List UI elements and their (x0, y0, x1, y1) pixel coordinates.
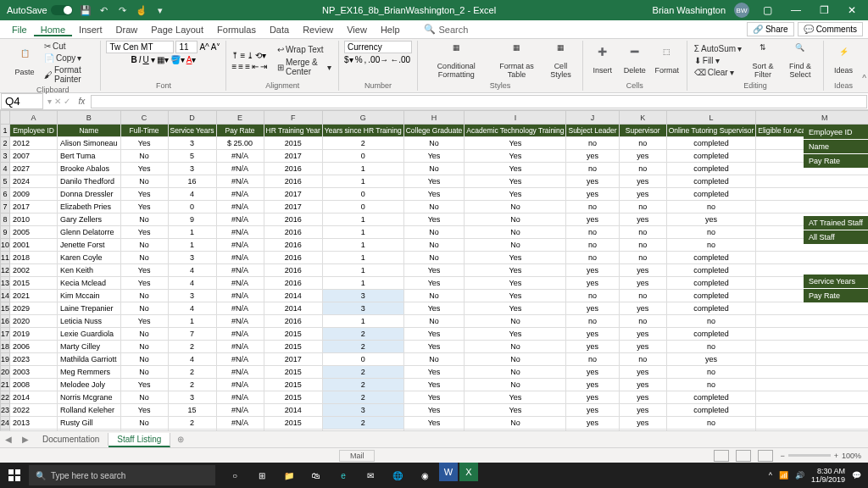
cell[interactable]: 2 (168, 341, 216, 353)
cell[interactable]: Melodee Joly (58, 379, 121, 391)
cell[interactable]: 2008 (10, 379, 58, 391)
cell[interactable]: No (403, 137, 465, 150)
cell[interactable]: 2 (322, 379, 403, 391)
cell[interactable]: completed (666, 328, 756, 341)
close-icon[interactable]: ✕ (843, 4, 861, 16)
cell[interactable]: Rolland Keleher (58, 404, 121, 417)
cell[interactable]: 3 (168, 290, 216, 302)
cell[interactable]: 2006 (10, 341, 58, 353)
cell[interactable]: Leticia Nuss (58, 315, 121, 328)
cell[interactable]: completed (666, 391, 756, 404)
tray-volume-icon[interactable]: 🔊 (795, 471, 804, 480)
cell[interactable]: 3 (168, 137, 216, 150)
cell[interactable] (756, 201, 868, 214)
cell[interactable]: yes (566, 366, 619, 379)
table-header-cell[interactable]: Full-Time (120, 125, 168, 137)
cell[interactable]: No (120, 214, 168, 226)
cell[interactable]: #N/A (216, 417, 264, 430)
table-header-cell[interactable]: College Graduate (403, 125, 465, 137)
cell[interactable]: 2007 (10, 150, 58, 163)
autosave-toggle[interactable]: AutoSave (7, 5, 73, 15)
cell[interactable]: yes (619, 302, 666, 315)
select-all[interactable] (1, 111, 10, 125)
cell[interactable]: 2016 (264, 315, 322, 328)
cell[interactable]: 2013 (10, 417, 58, 430)
table-header-cell[interactable]: Supervisor (619, 125, 666, 137)
cell[interactable]: 2 (322, 391, 403, 404)
tray-network-icon[interactable]: 📶 (779, 471, 788, 480)
cell[interactable]: Marty Cilley (58, 341, 121, 353)
cell[interactable]: no (666, 201, 756, 214)
col-header[interactable]: I (465, 111, 566, 125)
row-header[interactable]: 14 (1, 290, 10, 302)
avatar[interactable]: BW (734, 3, 749, 18)
side-button[interactable]: Pay Rate (804, 289, 868, 302)
cell[interactable]: yes (619, 188, 666, 201)
cell[interactable]: no (566, 163, 619, 175)
col-header[interactable]: F (264, 111, 322, 125)
task-view-icon[interactable]: ⊞ (249, 463, 275, 488)
cell[interactable]: Yes (403, 150, 465, 163)
copy-button[interactable]: 📄 Copy ▾ (42, 53, 95, 64)
cell[interactable]: No (465, 226, 566, 239)
cell[interactable]: #N/A (216, 315, 264, 328)
cell[interactable]: no (666, 417, 756, 430)
cell[interactable]: no (566, 252, 619, 264)
cell[interactable]: Yes (120, 264, 168, 277)
row-header[interactable]: 20 (1, 366, 10, 379)
cell[interactable]: completed (666, 430, 756, 431)
cell[interactable]: 0 (322, 353, 403, 366)
cell[interactable]: 4 (168, 277, 216, 290)
merge-center-button[interactable]: ⊞ Merge & Center ▾ (275, 57, 333, 77)
cell[interactable]: Yes (403, 214, 465, 226)
cell[interactable]: yes (566, 150, 619, 163)
row-header[interactable]: 9 (1, 226, 10, 239)
col-header[interactable]: B (58, 111, 121, 125)
table-header-cell[interactable]: Online Tutoring Supervisor (666, 125, 756, 137)
cell[interactable]: Yes (465, 163, 566, 175)
cell[interactable]: 16 (168, 175, 216, 188)
cell[interactable]: #N/A (216, 391, 264, 404)
cell[interactable]: yes (566, 214, 619, 226)
table-header-cell[interactable]: HR Training Year (264, 125, 322, 137)
cell[interactable]: 2029 (10, 302, 58, 315)
cell[interactable]: Yes (465, 328, 566, 341)
cell[interactable]: 1 (322, 277, 403, 290)
cell[interactable]: 2001 (10, 239, 58, 252)
cell[interactable]: completed (666, 163, 756, 175)
tray-up-icon[interactable]: ^ (769, 471, 772, 480)
cell[interactable]: no (566, 353, 619, 366)
store-icon[interactable]: 🛍 (303, 463, 329, 488)
mail-icon[interactable]: ✉ (358, 463, 383, 488)
zoom-in-icon[interactable]: + (834, 452, 838, 460)
maximize-icon[interactable]: ❐ (815, 4, 834, 16)
cortana-icon[interactable]: ○ (222, 463, 248, 488)
underline-button[interactable]: U (142, 55, 148, 64)
cell[interactable]: 2015 (264, 379, 322, 391)
cell[interactable]: 2015 (264, 341, 322, 353)
cell[interactable]: completed (666, 150, 756, 163)
row-header[interactable]: 12 (1, 264, 10, 277)
cell[interactable]: completed (666, 290, 756, 302)
cell[interactable]: completed (666, 404, 756, 417)
cell[interactable]: 2015 (264, 391, 322, 404)
cell[interactable] (756, 379, 868, 391)
cell[interactable] (756, 391, 868, 404)
cell[interactable]: completed (666, 264, 756, 277)
cell[interactable]: No (465, 239, 566, 252)
tab-nav-prev-icon[interactable]: ◀ (0, 435, 17, 444)
cell[interactable]: Yes (465, 430, 566, 431)
cell[interactable]: yes (619, 366, 666, 379)
cell[interactable]: #N/A (216, 226, 264, 239)
cell[interactable] (756, 430, 868, 431)
cell[interactable]: #N/A (216, 214, 264, 226)
cell[interactable]: no (566, 201, 619, 214)
name-box[interactable] (1, 93, 43, 109)
cell[interactable]: 1 (168, 239, 216, 252)
row-header[interactable]: 23 (1, 404, 10, 417)
cell[interactable]: No (120, 366, 168, 379)
cell[interactable]: Ken Keith (58, 264, 121, 277)
conditional-formatting-button[interactable]: ▦Conditional Formatting (423, 42, 489, 80)
sheet-tab[interactable]: Documentation (34, 433, 108, 446)
cell[interactable]: 2012 (10, 137, 58, 150)
